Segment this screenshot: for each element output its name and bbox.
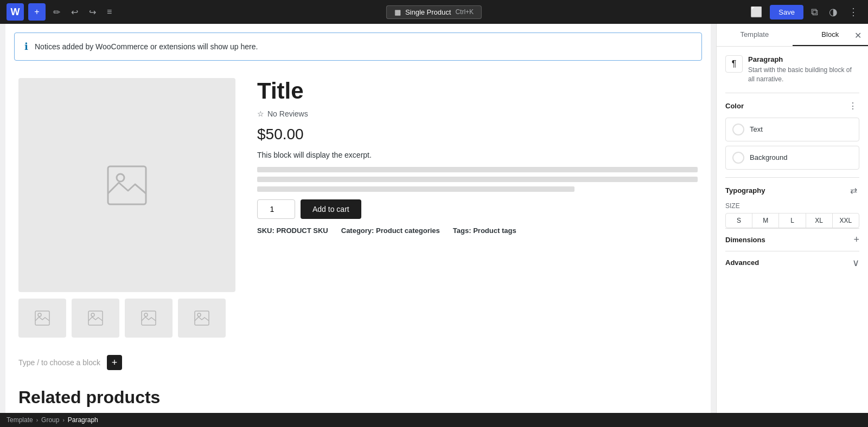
block-title: Paragraph: [748, 55, 859, 63]
add-block-button-inline[interactable]: +: [107, 355, 122, 370]
background-color-label: Background: [750, 153, 787, 161]
layout-button[interactable]: ⧉: [808, 3, 821, 21]
tags-value: Product tags: [473, 227, 516, 235]
svg-rect-2: [35, 311, 49, 325]
thumbnail-2[interactable]: [72, 299, 119, 338]
svg-point-5: [91, 313, 94, 316]
typography-section-header: Typography ⇄: [725, 185, 859, 196]
breadcrumb-group[interactable]: Group: [41, 416, 59, 424]
text-color-label: Text: [750, 125, 763, 133]
dimensions-section[interactable]: Dimensions +: [725, 228, 859, 251]
info-icon: ℹ: [24, 41, 28, 53]
category-meta: Category: Product categories: [341, 227, 440, 235]
color-section-title: Color: [725, 102, 744, 110]
divider-1: [725, 93, 859, 93]
block-description: Start with the basic building block of a…: [748, 66, 859, 84]
text-color-circle: [732, 124, 744, 135]
breadcrumb-template[interactable]: Template: [7, 416, 33, 424]
sidebar-tabs: Template Block ✕: [717, 24, 868, 47]
thumbnail-4[interactable]: [178, 299, 226, 338]
size-xxl-button[interactable]: XXL: [833, 214, 859, 228]
add-block-row: Type / to choose a block +: [5, 346, 711, 379]
add-to-cart-button[interactable]: Add to cart: [301, 199, 361, 219]
product-excerpt: This block will display the excerpt.: [257, 151, 698, 159]
breadcrumb-sep-1: ›: [36, 417, 38, 423]
size-m-button[interactable]: M: [752, 214, 779, 228]
svg-rect-4: [88, 311, 103, 325]
typography-section-title: Typography: [725, 186, 765, 195]
breadcrumb-sep-2: ›: [62, 417, 64, 423]
typography-more-button[interactable]: ⇄: [848, 185, 859, 196]
thumbnail-3[interactable]: [125, 299, 173, 338]
toolbar-right: ⬜ Save ⧉ ◑ ⋮: [747, 3, 861, 21]
template-shortcut: Ctrl+K: [455, 8, 474, 16]
redo-button[interactable]: ↪: [86, 4, 99, 21]
svg-rect-8: [195, 311, 209, 325]
contrast-button[interactable]: ◑: [826, 3, 841, 21]
close-sidebar-button[interactable]: ✕: [852, 28, 864, 42]
svg-rect-6: [142, 311, 156, 325]
sidebar-content: ¶ Paragraph Start with the basic buildin…: [717, 47, 868, 283]
size-label: SIZE: [725, 202, 859, 210]
template-icon: ▦: [394, 8, 401, 16]
more-options-button[interactable]: ≡: [104, 4, 115, 20]
product-info: Title ☆ No Reviews $50.00 This block wil…: [257, 78, 698, 338]
related-products: Related products: [5, 379, 711, 413]
template-selector[interactable]: ▦ Single Product Ctrl+K: [386, 5, 482, 19]
dimensions-expand-icon: +: [853, 234, 859, 245]
advanced-section[interactable]: Advanced ∨: [725, 251, 859, 274]
star-icon: ☆: [257, 109, 264, 118]
loading-bar-2: [257, 177, 698, 182]
svg-point-7: [144, 313, 148, 316]
edit-button[interactable]: ✏: [50, 4, 63, 21]
main-layout: ℹ Notices added by WooCommerce or extens…: [0, 24, 868, 413]
color-section-header: Color ⋮: [725, 101, 859, 111]
wp-logo[interactable]: W: [7, 3, 24, 21]
loading-bar-3: [257, 186, 575, 192]
category-value: Product categories: [376, 227, 440, 235]
devices-button[interactable]: ⬜: [747, 3, 765, 21]
toolbar: W + ✏ ↩ ↪ ≡ ▦ Single Product Ctrl+K ⬜ Sa…: [0, 0, 868, 24]
tab-template[interactable]: Template: [717, 24, 793, 46]
reviews-text: No Reviews: [267, 109, 308, 118]
editor-canvas: ℹ Notices added by WooCommerce or extens…: [5, 24, 711, 413]
notice-text: Notices added by WooCommerce or extensio…: [35, 42, 258, 51]
color-more-button[interactable]: ⋮: [846, 101, 859, 111]
advanced-expand-icon: ∨: [852, 257, 859, 269]
loading-bar-1: [257, 167, 698, 172]
tags-label: Tags:: [453, 227, 471, 235]
svg-rect-0: [108, 166, 146, 204]
related-products-title: Related products: [18, 387, 698, 407]
quantity-input[interactable]: [257, 199, 295, 219]
product-meta: SKU: PRODUCT SKU Category: Product categ…: [257, 227, 698, 235]
right-sidebar: Template Block ✕ ¶ Paragraph Start with …: [716, 24, 868, 413]
size-xl-button[interactable]: XL: [806, 214, 833, 228]
main-product-image: [18, 78, 235, 292]
product-title: Title: [257, 78, 698, 104]
breadcrumb-paragraph[interactable]: Paragraph: [68, 416, 98, 424]
background-color-option[interactable]: Background: [725, 146, 859, 170]
product-images: [18, 78, 235, 338]
category-label: Category:: [341, 227, 374, 235]
bottom-bar: Template › Group › Paragraph: [0, 413, 868, 427]
block-info: Paragraph Start with the basic building …: [748, 55, 859, 84]
svg-point-9: [197, 313, 201, 316]
thumbnail-1[interactable]: [18, 299, 66, 338]
size-buttons: S M L XL XXL: [725, 213, 859, 228]
size-l-button[interactable]: L: [779, 214, 806, 228]
content-area: ℹ Notices added by WooCommerce or extens…: [0, 24, 716, 413]
color-options: Text Background: [725, 118, 859, 170]
add-block-button[interactable]: +: [28, 3, 46, 21]
save-button[interactable]: Save: [770, 5, 803, 20]
product-layout: Title ☆ No Reviews $50.00 This block wil…: [5, 69, 711, 346]
size-s-button[interactable]: S: [726, 214, 752, 228]
advanced-title: Advanced: [725, 258, 759, 267]
template-selector-area: ▦ Single Product Ctrl+K: [386, 5, 482, 19]
text-color-option[interactable]: Text: [725, 118, 859, 141]
block-header: ¶ Paragraph Start with the basic buildin…: [725, 55, 859, 84]
undo-button[interactable]: ↩: [68, 4, 81, 21]
sku-meta: SKU: PRODUCT SKU: [257, 227, 328, 235]
notice-bar: ℹ Notices added by WooCommerce or extens…: [14, 33, 702, 61]
settings-button[interactable]: ⋮: [845, 3, 861, 21]
svg-point-1: [117, 174, 124, 182]
